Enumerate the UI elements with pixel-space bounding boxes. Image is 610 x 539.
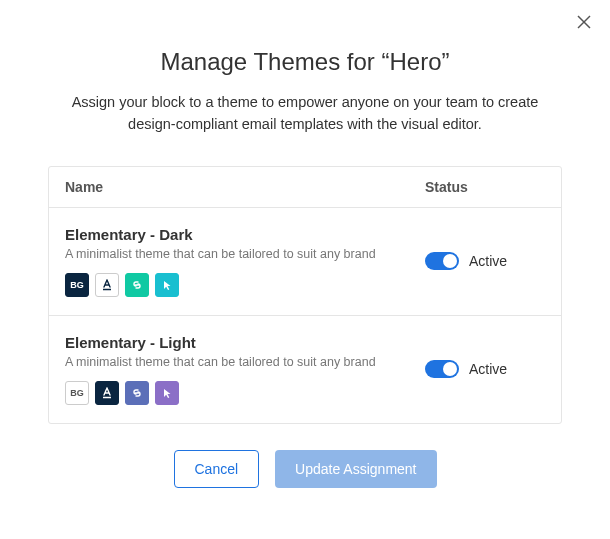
header-status: Status bbox=[425, 179, 545, 195]
swatch-cursor bbox=[155, 273, 179, 297]
swatch-link bbox=[125, 381, 149, 405]
status-toggle[interactable] bbox=[425, 360, 459, 378]
update-assignment-button[interactable]: Update Assignment bbox=[275, 450, 436, 488]
cursor-icon bbox=[161, 387, 173, 399]
modal-container: Manage Themes for “Hero” Assign your blo… bbox=[0, 0, 610, 488]
swatch-bg: BG bbox=[65, 273, 89, 297]
swatch-bg: BG bbox=[65, 381, 89, 405]
theme-description: A minimalist theme that can be tailored … bbox=[65, 355, 425, 369]
swatch-link bbox=[125, 273, 149, 297]
theme-description: A minimalist theme that can be tailored … bbox=[65, 247, 425, 261]
modal-title: Manage Themes for “Hero” bbox=[48, 48, 562, 76]
table-header: Name Status bbox=[49, 167, 561, 208]
link-icon bbox=[131, 387, 143, 399]
theme-swatches: BG bbox=[65, 273, 425, 297]
table-row: Elementary - Light A minimalist theme th… bbox=[49, 316, 561, 423]
status-label: Active bbox=[469, 253, 507, 269]
text-underline-icon bbox=[101, 279, 113, 291]
themes-table: Name Status Elementary - Dark A minimali… bbox=[48, 166, 562, 424]
modal-footer: Cancel Update Assignment bbox=[48, 450, 562, 488]
close-icon[interactable] bbox=[576, 14, 592, 30]
cancel-button[interactable]: Cancel bbox=[174, 450, 260, 488]
theme-name: Elementary - Dark bbox=[65, 226, 425, 243]
modal-subtitle: Assign your block to a theme to empower … bbox=[48, 92, 562, 136]
theme-swatches: BG bbox=[65, 381, 425, 405]
swatch-bg-label: BG bbox=[70, 280, 84, 290]
table-row: Elementary - Dark A minimalist theme tha… bbox=[49, 208, 561, 316]
swatch-text bbox=[95, 381, 119, 405]
header-name: Name bbox=[65, 179, 425, 195]
link-icon bbox=[131, 279, 143, 291]
theme-name: Elementary - Light bbox=[65, 334, 425, 351]
swatch-cursor bbox=[155, 381, 179, 405]
status-toggle[interactable] bbox=[425, 252, 459, 270]
status-label: Active bbox=[469, 361, 507, 377]
cursor-icon bbox=[161, 279, 173, 291]
text-underline-icon bbox=[101, 387, 113, 399]
swatch-bg-label: BG bbox=[70, 388, 84, 398]
swatch-text bbox=[95, 273, 119, 297]
